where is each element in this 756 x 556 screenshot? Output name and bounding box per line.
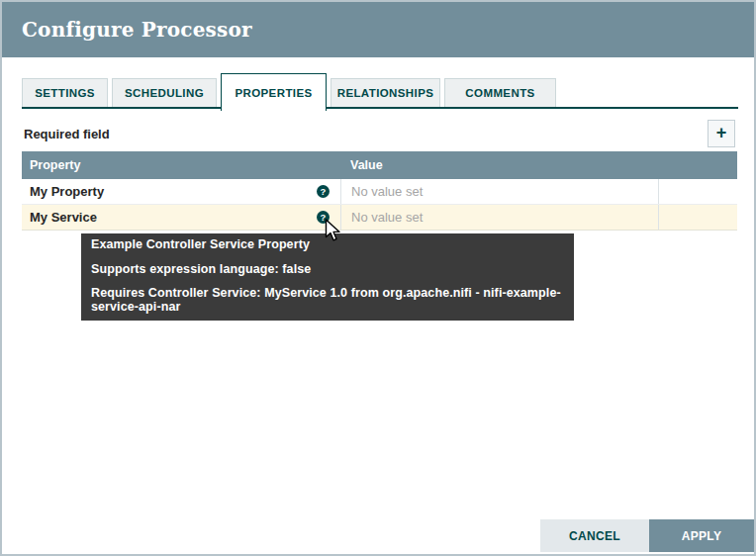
tab-bar: SETTINGS SCHEDULING PROPERTIES RELATIONS… [22, 72, 738, 111]
tab-underline [22, 107, 738, 109]
plus-icon: + [716, 124, 727, 141]
property-value[interactable]: No value set [340, 205, 658, 230]
dialog-title: Configure Processor [22, 18, 252, 42]
property-name: My Service [30, 210, 97, 225]
help-icon[interactable]: ? [317, 211, 330, 224]
properties-table: Property Value My Property ? No value se… [22, 151, 737, 231]
property-name: My Property [30, 184, 104, 199]
apply-button[interactable]: APPLY [649, 519, 754, 552]
tab-scheduling[interactable]: SCHEDULING [112, 78, 217, 108]
table-row-my-service: My Service ? No value set [22, 205, 737, 231]
tab-settings[interactable]: SETTINGS [22, 78, 108, 108]
dialog-header: Configure Processor [2, 2, 754, 57]
tooltip-expression-language: Supports expression language: false [91, 263, 564, 277]
column-header-property: Property [22, 158, 340, 172]
tab-comments[interactable]: COMMENTS [444, 78, 556, 108]
column-header-value: Value [340, 158, 658, 172]
table-header: Property Value [22, 151, 737, 179]
table-row-my-property: My Property ? No value set [22, 179, 737, 205]
add-property-button[interactable]: + [708, 120, 735, 147]
tab-relationships[interactable]: RELATIONSHIPS [331, 78, 440, 108]
property-help-tooltip: Example Controller Service Property Supp… [81, 233, 574, 321]
property-value[interactable]: No value set [340, 179, 658, 204]
help-icon[interactable]: ? [317, 185, 330, 198]
tab-properties[interactable]: PROPERTIES [221, 73, 327, 111]
tooltip-description: Example Controller Service Property [91, 238, 564, 252]
cancel-button[interactable]: CANCEL [540, 519, 649, 552]
required-field-label: Required field [24, 127, 110, 141]
tooltip-requires-service: Requires Controller Service: MyService 1… [91, 287, 564, 314]
configure-processor-dialog: Configure Processor SETTINGS SCHEDULING … [0, 0, 756, 556]
